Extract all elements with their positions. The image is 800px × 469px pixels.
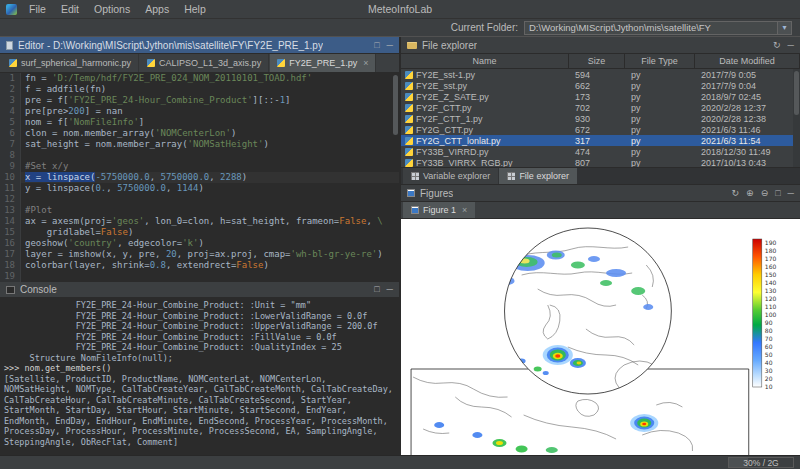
code-text: fn = 'D:/Temp/hdf/FY2E_PRE_024_NOM_20110… bbox=[21, 73, 312, 84]
status-bar: 30% / 2G bbox=[0, 455, 800, 469]
refresh-icon[interactable]: ↻ bbox=[732, 189, 740, 198]
file-size-cell: 474 bbox=[569, 147, 625, 157]
file-date-cell: 2020/2/28 12:38 bbox=[695, 114, 800, 124]
code-line[interactable]: 6clon = nom.member_array('NOMCenterLon') bbox=[0, 128, 399, 139]
file-name-cell: FY2E_sst-1.py bbox=[401, 70, 569, 80]
svg-text:60: 60 bbox=[765, 343, 773, 350]
code-line[interactable]: 8 bbox=[0, 150, 399, 161]
editor-scrollbar[interactable] bbox=[393, 75, 398, 135]
figure-canvas[interactable]: 1901801701601501401301201101009080706050… bbox=[401, 219, 800, 455]
code-line[interactable]: 1fn = 'D:/Temp/hdf/FY2E_PRE_024_NOM_2011… bbox=[0, 73, 399, 84]
file-date-cell: 2018/12/30 11:49 bbox=[695, 147, 800, 157]
colorbar: 1901801701601501401301201101009080706050… bbox=[753, 239, 777, 390]
figures-title: Figures bbox=[420, 188, 453, 199]
minimize-icon[interactable]: ─ bbox=[788, 189, 794, 198]
menu-options[interactable]: Options bbox=[87, 2, 137, 16]
column-header-file-type[interactable]: File Type bbox=[625, 54, 695, 68]
code-line[interactable]: 4pre[pre>200] = nan bbox=[0, 106, 399, 117]
minimize-icon[interactable]: ─ bbox=[387, 41, 393, 50]
line-number: 14 bbox=[0, 216, 21, 227]
menu-apps[interactable]: Apps bbox=[138, 2, 176, 16]
code-line[interactable]: 15 gridlabel=False) bbox=[0, 227, 399, 238]
console-line: FY2E_PRE_24-Hour_Combine_Product: :Upper… bbox=[4, 321, 395, 332]
code-line[interactable]: 18colorbar(layer, shrink=0.8, extendrect… bbox=[0, 260, 399, 271]
svg-text:190: 190 bbox=[765, 239, 777, 246]
file-name-cell: FY2E_Z_SATE.py bbox=[401, 92, 569, 102]
file-row[interactable]: FY33B_VIRRD.py474py2018/12/30 11:49 bbox=[401, 146, 800, 157]
code-line[interactable]: 11y = linspace(0., 5750000.0, 1144) bbox=[0, 183, 399, 194]
code-line[interactable]: 2f = addfile(fn) bbox=[0, 84, 399, 95]
code-line[interactable]: 9#Set x/y bbox=[0, 161, 399, 172]
code-line[interactable]: 5nom = f['NomFileInfo'] bbox=[0, 117, 399, 128]
close-tab-icon[interactable]: × bbox=[363, 58, 368, 68]
python-file-icon bbox=[277, 59, 285, 67]
code-line[interactable]: 12 bbox=[0, 194, 399, 205]
tab-figure-1[interactable]: Figure 1 × bbox=[403, 202, 475, 218]
file-date-cell: 2018/9/7 02:45 bbox=[695, 92, 800, 102]
python-file-icon bbox=[405, 104, 413, 112]
file-row[interactable]: FY33B_VIRRX_RGB.py807py2017/10/13 0:43 bbox=[401, 157, 800, 168]
code-text: x = linspace(-5750000.0, 5750000.0, 2288… bbox=[21, 172, 247, 183]
file-row[interactable]: FY2F_CTT_1.py930py2020/2/28 12:38 bbox=[401, 113, 800, 124]
tab-file-explorer[interactable]: File explorer bbox=[499, 168, 577, 184]
python-file-icon bbox=[147, 59, 155, 67]
editor-tab[interactable]: surf_spherical_harmonic.py bbox=[2, 54, 139, 72]
file-explorer-header-icons: ↻─ bbox=[773, 41, 794, 50]
float-icon[interactable]: □ bbox=[374, 285, 379, 294]
zoom-out-icon[interactable]: ⊖ bbox=[761, 189, 769, 198]
close-tab-icon[interactable]: × bbox=[462, 205, 467, 215]
minimize-icon[interactable]: ─ bbox=[788, 41, 794, 50]
svg-text:90: 90 bbox=[765, 319, 773, 326]
editor-tab[interactable]: CALIPSO_L1_3d_axis.py bbox=[140, 54, 269, 72]
code-line[interactable]: 16geoshow('country', edgecolor='k') bbox=[0, 238, 399, 249]
svg-text:80: 80 bbox=[765, 327, 773, 334]
file-row[interactable]: FY2E_Z_SATE.py173py2018/9/7 02:45 bbox=[401, 91, 800, 102]
file-row[interactable]: FY2G_CTT.py672py2021/6/3 11:46 bbox=[401, 124, 800, 135]
memory-label: 30% / 2G bbox=[743, 458, 778, 468]
colorbar-tick-labels: 1901801701601501401301201101009080706050… bbox=[765, 239, 777, 390]
file-row[interactable]: FY2G_CTT_lonlat.py317py2021/6/3 11:54 bbox=[401, 135, 800, 146]
menu-edit[interactable]: Edit bbox=[54, 2, 86, 16]
file-date-cell: 2021/6/3 11:46 bbox=[695, 125, 800, 135]
code-line[interactable]: 19 bbox=[0, 271, 399, 282]
code-line[interactable]: 3pre = f['FY2E_PRE_24-Hour_Combine_Produ… bbox=[0, 95, 399, 106]
console-output[interactable]: FY2E_PRE_24-Hour_Combine_Product: :Unit … bbox=[0, 298, 399, 455]
code-text: sat_height = nom.member_array('NOMSatHei… bbox=[21, 139, 269, 150]
file-row[interactable]: FY2E_sst.py662py2017/7/9 0:04 bbox=[401, 80, 800, 91]
explorer-tabs: Variable explorerFile explorer bbox=[401, 168, 800, 185]
line-number: 18 bbox=[0, 260, 21, 271]
file-row[interactable]: FY2E_sst-1.py594py2017/7/9 0:05 bbox=[401, 69, 800, 80]
menu-help[interactable]: Help bbox=[177, 2, 213, 16]
menu-file[interactable]: File bbox=[22, 2, 53, 16]
editor-tab[interactable]: FY2E_PRE_1.py× bbox=[270, 54, 376, 72]
code-line[interactable]: 10x = linspace(-5750000.0, 5750000.0, 22… bbox=[0, 172, 399, 183]
svg-text:160: 160 bbox=[765, 263, 777, 270]
menu-bar-items: FileEditOptionsAppsHelp bbox=[22, 2, 213, 16]
code-text: pre = f['FY2E_PRE_24-Hour_Combine_Produc… bbox=[21, 95, 291, 106]
file-name-cell: FY2G_CTT.py bbox=[401, 125, 569, 135]
code-line[interactable]: 13#Plot bbox=[0, 205, 399, 216]
column-header-size[interactable]: Size bbox=[569, 54, 625, 68]
zoom-in-icon[interactable]: ⊕ bbox=[746, 189, 754, 198]
current-folder-combo[interactable]: D:\Working\MIScript\Jython\mis\satellite… bbox=[524, 21, 792, 35]
full-extent-icon[interactable]: □ bbox=[775, 189, 780, 198]
code-line[interactable]: 7sat_height = nom.member_array('NOMSatHe… bbox=[0, 139, 399, 150]
code-line[interactable]: 17layer = imshow(x, y, pre, 20, proj=ax.… bbox=[0, 249, 399, 260]
refresh-icon[interactable]: ↻ bbox=[773, 41, 781, 50]
float-icon[interactable]: □ bbox=[374, 41, 379, 50]
file-size-cell: 662 bbox=[569, 81, 625, 91]
code-area[interactable]: 1fn = 'D:/Temp/hdf/FY2E_PRE_024_NOM_2011… bbox=[0, 73, 399, 282]
svg-text:40: 40 bbox=[765, 359, 773, 366]
memory-indicator[interactable]: 30% / 2G bbox=[728, 457, 794, 468]
code-line[interactable]: 14ax = axesm(proj='geos', lon_0=clon, h=… bbox=[0, 216, 399, 227]
file-row[interactable]: FY2F_CTT.py702py2020/2/28 12:37 bbox=[401, 102, 800, 113]
column-header-name[interactable]: Name bbox=[401, 54, 569, 68]
minimize-icon[interactable]: ─ bbox=[387, 285, 393, 294]
file-name-cell: FY33B_VIRRD.py bbox=[401, 147, 569, 157]
file-table-scrollbar[interactable] bbox=[793, 69, 800, 168]
line-number: 2 bbox=[0, 84, 21, 95]
chevron-down-icon[interactable]: ▾ bbox=[777, 22, 791, 34]
column-header-date-modified[interactable]: Date Modified bbox=[695, 54, 800, 68]
tab-variable-explorer[interactable]: Variable explorer bbox=[403, 168, 498, 184]
file-type-cell: py bbox=[625, 92, 695, 102]
